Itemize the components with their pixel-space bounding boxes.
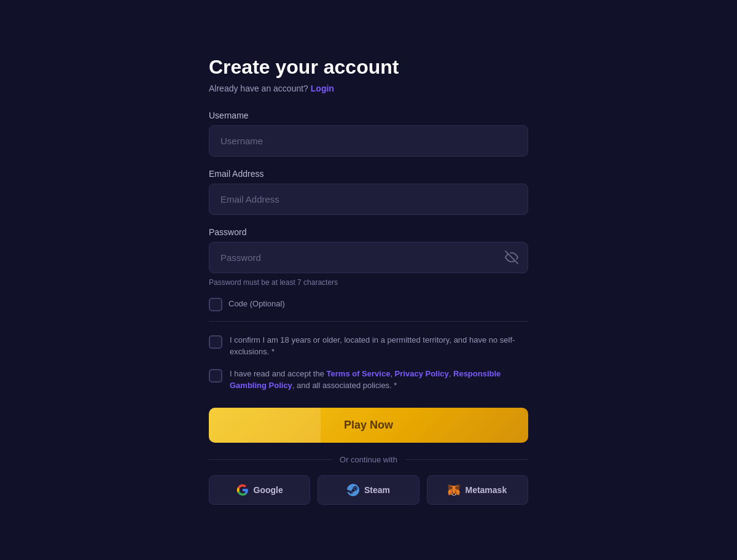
- social-buttons: Google Steam: [209, 475, 528, 505]
- divider: [209, 321, 528, 322]
- password-toggle-button[interactable]: [505, 251, 518, 264]
- terms-text: I have read and accept the Terms of Serv…: [230, 368, 528, 392]
- terms-row: I have read and accept the Terms of Serv…: [209, 368, 528, 392]
- steam-button[interactable]: Steam: [318, 475, 419, 505]
- metamask-icon: [448, 484, 460, 496]
- age-confirmation-row: I confirm I am 18 years or older, locate…: [209, 334, 528, 358]
- privacy-policy-link[interactable]: Privacy Policy: [395, 369, 449, 378]
- password-input[interactable]: [209, 242, 528, 273]
- username-input[interactable]: [209, 125, 528, 157]
- steam-icon: [347, 484, 359, 496]
- email-input[interactable]: [209, 184, 528, 215]
- google-icon: [236, 484, 249, 496]
- svg-marker-24: [453, 493, 455, 494]
- login-link[interactable]: Login: [311, 84, 334, 93]
- password-label: Password: [209, 227, 528, 237]
- terms-checkbox[interactable]: [209, 369, 222, 383]
- metamask-button[interactable]: Metamask: [427, 475, 528, 505]
- age-confirmation-text: I confirm I am 18 years or older, locate…: [230, 334, 528, 358]
- code-label: Code (Optional): [228, 298, 285, 310]
- or-divider: Or continue with: [209, 455, 528, 464]
- password-wrapper: [209, 242, 528, 273]
- login-prompt: Already have an account? Login: [209, 84, 528, 93]
- page-title: Create your account: [209, 56, 528, 79]
- email-label: Email Address: [209, 169, 528, 179]
- age-checkbox[interactable]: [209, 335, 222, 349]
- eye-slash-icon: [505, 251, 518, 264]
- or-divider-line-right: [405, 459, 528, 460]
- code-optional-row: Code (Optional): [209, 297, 528, 311]
- terms-of-service-link[interactable]: Terms of Service: [327, 369, 391, 378]
- or-continue-text: Or continue with: [340, 455, 397, 464]
- google-button[interactable]: Google: [209, 475, 310, 505]
- code-checkbox[interactable]: [209, 298, 222, 311]
- password-hint: Password must be at least 7 characters: [209, 278, 528, 287]
- registration-form: Create your account Already have an acco…: [209, 31, 528, 529]
- username-label: Username: [209, 111, 528, 120]
- or-divider-line-left: [209, 459, 332, 460]
- play-now-button[interactable]: Play Now: [209, 408, 528, 443]
